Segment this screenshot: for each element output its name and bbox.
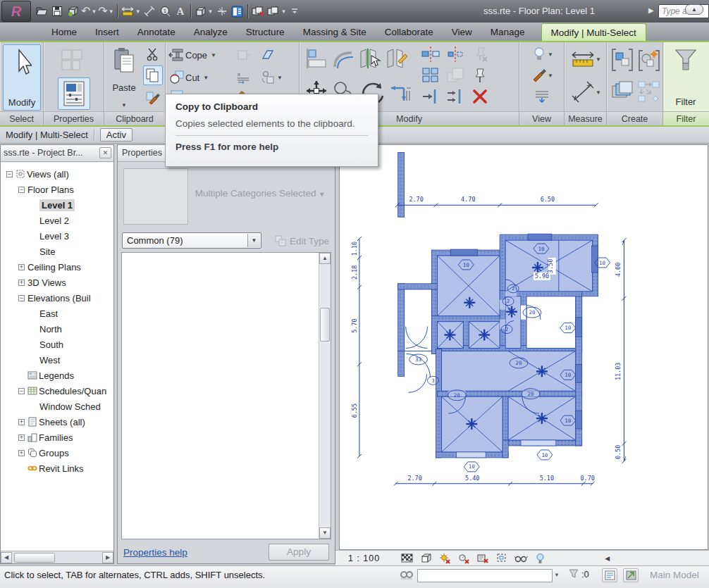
filter-button[interactable]: Filter	[667, 44, 704, 109]
scroll-down-icon[interactable]: ▼	[319, 527, 331, 539]
measure-dropdown-icon[interactable]: ▼	[596, 56, 601, 63]
dimension-value[interactable]: 5.40	[465, 475, 479, 482]
type-selector[interactable]: Multiple Categories Selected ▼	[118, 163, 335, 230]
selection-filter-control[interactable]: :0	[568, 568, 589, 580]
save-button[interactable]	[49, 2, 65, 20]
panel-create-label[interactable]: Create	[607, 111, 662, 125]
open-button[interactable]	[34, 2, 49, 20]
collapse-icon[interactable]: −	[18, 187, 25, 193]
delete-button[interactable]	[470, 87, 490, 106]
collapse-icon[interactable]: −	[18, 388, 25, 394]
redo-button[interactable]: ↷▼	[97, 2, 114, 20]
scrollbar-thumb[interactable]	[14, 553, 55, 563]
tab-modify-multi-select[interactable]: Modify | Multi-Select	[541, 23, 646, 41]
visual-style-button[interactable]	[417, 551, 434, 565]
collapse-icon[interactable]: −	[6, 171, 13, 177]
hide-dropdown-icon[interactable]: ▼	[548, 51, 553, 58]
expand-icon[interactable]: +	[18, 280, 25, 286]
text-button[interactable]: A	[173, 2, 188, 20]
drawing-area[interactable]: 101010101010101020202020222333 2.704.706…	[339, 144, 708, 550]
dimension-value[interactable]: 2.18	[351, 265, 358, 280]
workset-dropdown-icon[interactable]: ▼	[554, 572, 560, 578]
editable-only-button[interactable]	[602, 568, 617, 582]
tree-item-level-2[interactable]: Level 2	[1, 213, 113, 228]
trim-extend-single-button[interactable]	[421, 87, 440, 106]
type-selector-label[interactable]: Multiple Categories Selected ▼	[192, 188, 328, 199]
apply-button[interactable]: Apply	[269, 544, 329, 561]
hide-elements-button[interactable]: ▼	[526, 45, 557, 63]
split-element-button[interactable]	[357, 44, 383, 73]
dimension-value[interactable]: 2.70	[407, 475, 421, 482]
tag-button[interactable]: 1	[157, 2, 173, 20]
worksets-icon[interactable]	[399, 569, 414, 584]
measure-button[interactable]: ▼	[569, 46, 603, 72]
activate-dimensions-button[interactable]: Activ	[100, 128, 132, 142]
properties-help-link[interactable]: Properties help	[123, 547, 269, 558]
override-graphics-button[interactable]: ▼	[526, 66, 557, 85]
tree-item-west[interactable]: West	[1, 352, 113, 368]
mirror-pick-axis-button[interactable]	[421, 45, 440, 63]
tab-collaborate[interactable]: Collaborate	[376, 23, 443, 41]
demolish-button[interactable]: ▼	[257, 68, 285, 87]
vcb-collapse-icon[interactable]: ◀	[605, 555, 610, 562]
dimension-value[interactable]: 4.70	[461, 196, 475, 203]
close-icon[interactable]: ✕	[99, 147, 111, 158]
close-hidden-windows-button[interactable]	[250, 2, 266, 20]
match-type-properties-button[interactable]	[144, 89, 162, 107]
dimension-value[interactable]: 2.70	[409, 196, 423, 203]
dimension-value[interactable]: 1.10	[351, 242, 358, 256]
aligned-dimension-button[interactable]: ▼	[569, 79, 603, 106]
panel-properties-label[interactable]: Properties	[44, 111, 104, 125]
linework-button[interactable]	[526, 87, 557, 106]
temporary-hide-button[interactable]	[531, 551, 548, 565]
cut-dropdown-icon[interactable]: ▼	[203, 75, 209, 81]
wall-joins-button[interactable]	[259, 46, 277, 64]
design-options-value[interactable]: Main Model	[650, 566, 699, 584]
tab-structure[interactable]: Structure	[237, 23, 294, 41]
sync-button[interactable]	[65, 2, 80, 20]
tree-item-site[interactable]: Site	[1, 244, 113, 259]
dimension-dropdown-icon[interactable]: ▼	[596, 89, 601, 96]
reveal-hidden-button[interactable]	[512, 551, 529, 565]
tree-item-3d-views[interactable]: +3D Views	[1, 275, 113, 290]
cut-to-clipboard-button[interactable]	[144, 45, 162, 63]
create-similar-button[interactable]	[636, 45, 662, 75]
shadows-button[interactable]	[455, 551, 472, 565]
tree-item-schedules-quan[interactable]: −Schedules/Quan	[1, 383, 113, 399]
crop-view-button[interactable]	[474, 551, 491, 565]
tree-item-north[interactable]: North	[1, 321, 113, 337]
dimension-value[interactable]: 6.55	[351, 404, 358, 418]
panel-filter-label[interactable]: Filter	[663, 111, 709, 125]
undo-button[interactable]: ↶▼	[80, 2, 97, 20]
tab-manage[interactable]: Manage	[481, 23, 534, 41]
dimension-value[interactable]: 4.00	[615, 263, 622, 277]
create-parts-button[interactable]	[636, 77, 662, 107]
properties-palette-button[interactable]	[58, 77, 90, 110]
dimension-value[interactable]: 5.10	[540, 475, 554, 482]
tab-massing-site[interactable]: Massing & Site	[294, 23, 376, 41]
tree-item-level-3[interactable]: Level 3	[1, 228, 113, 244]
tab-annotate[interactable]: Annotate	[128, 23, 185, 41]
tree-item-revit-links[interactable]: Revit Links	[1, 461, 113, 476]
tab-view[interactable]: View	[443, 23, 481, 41]
tree-item-ceiling-plans[interactable]: +Ceiling Plans	[1, 259, 113, 275]
tree-item-views-all-[interactable]: −Views (all)	[1, 166, 113, 182]
create-assembly-button[interactable]	[610, 77, 635, 107]
beam-joins-button[interactable]	[235, 68, 253, 87]
default-3d-view-button[interactable]: ▼	[193, 2, 214, 20]
split-with-gap-button[interactable]	[384, 44, 409, 73]
user-interface-button[interactable]	[230, 2, 245, 20]
dimension-value[interactable]: 11.03	[615, 363, 622, 380]
expand-icon[interactable]: +	[18, 434, 25, 441]
dimension-value[interactable]: 6.50	[541, 196, 555, 203]
application-menu-button[interactable]: R	[1, 1, 31, 22]
override-dropdown-icon[interactable]: ▼	[548, 73, 553, 79]
scroll-left-icon[interactable]: ◀	[1, 552, 12, 563]
measure-button[interactable]: ▼	[120, 2, 142, 20]
tab-analyze[interactable]: Analyze	[185, 23, 237, 41]
project-browser-hscrollbar[interactable]: ◀ ▶	[1, 551, 113, 563]
scrollbar-thumb[interactable]	[320, 308, 330, 342]
exclude-options-button[interactable]	[623, 568, 639, 582]
copy-to-clipboard-button[interactable]	[143, 65, 163, 85]
tree-item-window-sched[interactable]: Window Sched	[1, 399, 113, 414]
